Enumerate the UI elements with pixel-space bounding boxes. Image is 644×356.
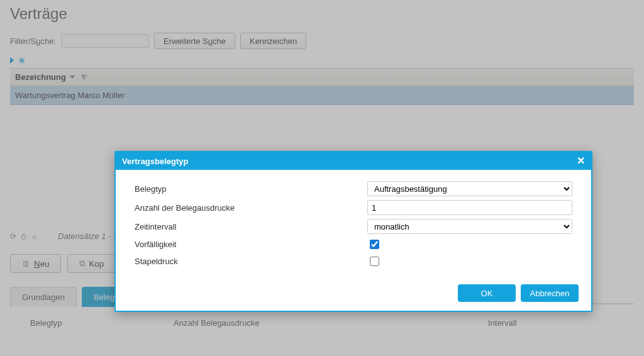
dialog-titlebar: Vertragsbelegtyp ✕ [116,152,591,170]
label-vorfaelligkeit: Vorfälligkeit [135,240,367,249]
cancel-button[interactable]: Abbrechen [521,284,579,302]
checkbox-stapeldruck[interactable] [370,257,379,266]
label-zeitintervall: Zeitintervall [135,222,367,231]
close-icon[interactable]: ✕ [577,156,585,166]
dialog-body: Belegtyp Auftragsbestätigung Anzahl der … [116,170,591,278]
input-anzahl[interactable] [367,200,572,215]
dialog-vertragsbelegtyp: Vertragsbelegtyp ✕ Belegtyp Auftragsbest… [114,151,592,312]
checkbox-vorfaelligkeit[interactable] [370,240,379,249]
label-belegtyp: Belegtyp [135,184,367,194]
label-stapeldruck: Stapeldruck [135,257,367,266]
select-belegtyp[interactable]: Auftragsbestätigung [367,181,572,196]
dialog-footer: OK Abbrechen [116,278,591,311]
select-zeitintervall[interactable]: monatlich [367,219,572,234]
label-anzahl: Anzahl der Belegausdrucke [135,203,367,213]
ok-button[interactable]: OK [458,284,516,302]
dialog-title-text: Vertragsbelegtyp [122,157,189,166]
